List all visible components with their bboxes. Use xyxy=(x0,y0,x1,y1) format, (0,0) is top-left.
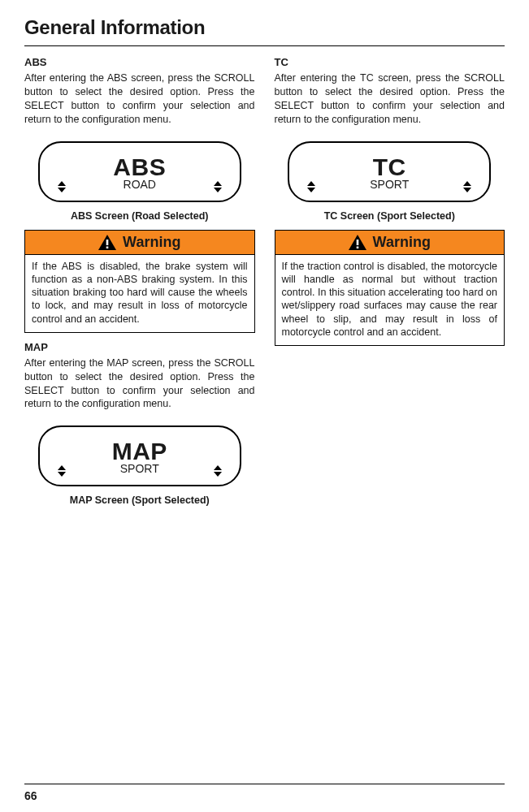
two-column-layout: ABS After entering the ABS screen, press… xyxy=(24,56,505,514)
down-arrow-icon xyxy=(463,188,471,192)
map-heading: MAP xyxy=(24,341,255,353)
warning-icon xyxy=(349,235,366,250)
up-arrow-icon xyxy=(463,181,471,186)
left-column: ABS After entering the ABS screen, press… xyxy=(24,56,255,514)
up-arrow-icon xyxy=(307,181,315,186)
abs-caption: ABS Screen (Road Selected) xyxy=(24,210,255,222)
abs-screen-title: ABS xyxy=(113,155,166,179)
scroll-arrows-right xyxy=(214,465,222,477)
tc-heading: TC xyxy=(275,56,505,68)
tc-screen-sub: SPORT xyxy=(370,179,409,190)
right-column: TC After entering the TC screen, press t… xyxy=(275,56,505,514)
svg-rect-5 xyxy=(356,246,358,248)
warning-header: Warning xyxy=(25,231,254,255)
tc-screen-title: TC xyxy=(373,155,406,179)
tc-screen: TC SPORT xyxy=(288,141,491,202)
abs-heading: ABS xyxy=(24,56,255,68)
down-arrow-icon xyxy=(214,188,222,192)
scroll-arrows-left xyxy=(307,181,315,192)
up-arrow-icon xyxy=(214,181,222,186)
abs-warning-box: Warning If the ABS is disabled, the brak… xyxy=(24,230,255,333)
map-paragraph: After entering the MAP screen, press the… xyxy=(24,356,255,412)
abs-paragraph: After entering the ABS screen, press the… xyxy=(24,71,255,127)
map-caption: MAP Screen (Sport Selected) xyxy=(24,495,255,506)
scroll-arrows-left xyxy=(58,181,66,192)
up-arrow-icon xyxy=(58,465,66,470)
up-arrow-icon xyxy=(58,181,66,186)
abs-warning-text: If the ABS is disabled, the brake system… xyxy=(25,255,254,332)
abs-screen: ABS ROAD xyxy=(38,141,241,202)
scroll-arrows-left xyxy=(58,465,66,477)
footer-rule xyxy=(24,784,505,784)
warning-icon xyxy=(98,235,116,250)
down-arrow-icon xyxy=(307,188,315,192)
down-arrow-icon xyxy=(58,188,66,192)
tc-warning-box: Warning If the traction control is disab… xyxy=(275,230,505,347)
warning-label: Warning xyxy=(123,234,180,251)
tc-paragraph: After entering the TC screen, press the … xyxy=(275,71,505,127)
tc-warning-text: If the traction control is disabled, the… xyxy=(275,255,505,346)
svg-rect-2 xyxy=(106,246,109,248)
map-screen-sub: SPORT xyxy=(120,463,159,474)
title-rule xyxy=(24,45,505,46)
scroll-arrows-right xyxy=(463,181,471,192)
page-title: General Information xyxy=(24,16,505,39)
tc-caption: TC Screen (Sport Selected) xyxy=(275,210,505,222)
map-screen: MAP SPORT xyxy=(38,425,241,486)
warning-header: Warning xyxy=(275,231,505,255)
svg-rect-1 xyxy=(106,240,109,245)
map-screen-title: MAP xyxy=(112,439,167,464)
up-arrow-icon xyxy=(214,465,222,470)
page-number: 66 xyxy=(24,789,37,802)
svg-rect-4 xyxy=(356,240,358,245)
down-arrow-icon xyxy=(214,472,222,477)
down-arrow-icon xyxy=(58,472,66,477)
abs-screen-sub: ROAD xyxy=(124,179,156,190)
warning-label: Warning xyxy=(373,234,431,251)
scroll-arrows-right xyxy=(214,181,222,192)
